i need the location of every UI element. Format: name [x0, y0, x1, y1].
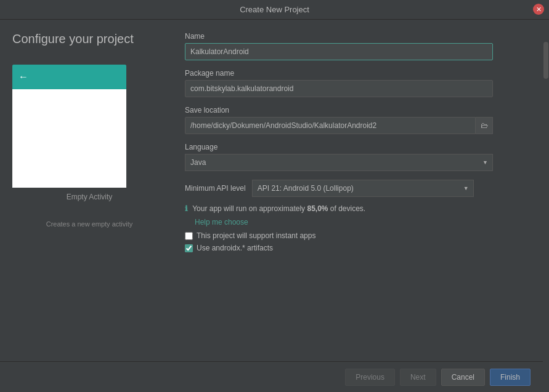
language-select-wrapper: Java Kotlin: [185, 154, 493, 171]
info-icon: ℹ: [185, 204, 188, 213]
main-content: Configure your project ← Empty Activity …: [0, 20, 549, 392]
title-bar: Create New Project ✕: [0, 0, 549, 20]
browse-folder-button[interactable]: 🗁: [476, 117, 493, 134]
page-title: Configure your project: [12, 32, 166, 46]
language-group: Language Java Kotlin: [185, 143, 531, 171]
scrollbar-thumb: [543, 42, 548, 79]
activity-card-body: [12, 89, 126, 188]
save-location-input[interactable]: [185, 117, 476, 134]
package-name-input[interactable]: [185, 80, 493, 97]
footer: Previous Next Cancel Finish: [0, 361, 543, 392]
info-text-suffix: of devices.: [328, 204, 365, 213]
api-level-row: Minimum API level API 16: Android 4.1 (J…: [185, 180, 531, 197]
folder-icon: 🗁: [481, 121, 488, 130]
dialog-title: Create New Project: [240, 5, 309, 14]
instant-apps-checkbox-row: This project will support instant apps: [185, 231, 531, 240]
androidx-checkbox[interactable]: [185, 244, 193, 252]
name-label: Name: [185, 32, 531, 41]
activity-preview: ← Empty Activity Creates a new empty act…: [12, 65, 166, 229]
package-name-label: Package name: [185, 69, 531, 78]
package-name-group: Package name: [185, 69, 531, 97]
close-icon: ✕: [536, 6, 542, 13]
instant-apps-checkbox[interactable]: [185, 232, 193, 240]
name-group: Name: [185, 32, 531, 60]
cancel-button[interactable]: Cancel: [441, 369, 485, 386]
api-select-wrapper: API 16: Android 4.1 (Jelly Bean) API 17:…: [252, 180, 474, 197]
save-location-label: Save location: [185, 106, 531, 114]
androidx-checkbox-row: Use androidx.* artifacts: [185, 244, 531, 252]
api-info-text: ℹ Your app will run on approximately 85,…: [185, 203, 531, 214]
activity-card-header: ←: [12, 65, 126, 89]
next-button[interactable]: Next: [400, 369, 436, 386]
close-button[interactable]: ✕: [533, 4, 544, 15]
scrollbar[interactable]: [543, 39, 549, 392]
activity-label: Empty Activity: [12, 193, 166, 201]
language-select[interactable]: Java Kotlin: [185, 154, 493, 171]
info-text-prefix: Your app will run on approximately: [192, 204, 307, 213]
instant-apps-label: This project will support instant apps: [197, 231, 315, 240]
right-panel: Name Package name Save location 🗁 Langua…: [179, 20, 549, 392]
activity-card: ←: [12, 65, 126, 188]
back-arrow-icon: ←: [18, 71, 28, 82]
previous-button[interactable]: Previous: [345, 369, 395, 386]
finish-button[interactable]: Finish: [490, 369, 531, 386]
left-panel: Configure your project ← Empty Activity …: [0, 20, 179, 392]
info-percentage: 85,0%: [307, 204, 328, 213]
activity-description: Creates a new empty activity: [12, 220, 166, 229]
save-location-group: Save location 🗁: [185, 106, 531, 134]
help-me-choose-link[interactable]: Help me choose: [195, 218, 531, 226]
api-level-select[interactable]: API 16: Android 4.1 (Jelly Bean) API 17:…: [252, 180, 474, 197]
language-label: Language: [185, 143, 531, 151]
androidx-label: Use androidx.* artifacts: [197, 244, 273, 252]
name-input[interactable]: [185, 43, 493, 60]
save-location-row: 🗁: [185, 117, 493, 134]
api-level-label: Minimum API level: [185, 184, 246, 193]
